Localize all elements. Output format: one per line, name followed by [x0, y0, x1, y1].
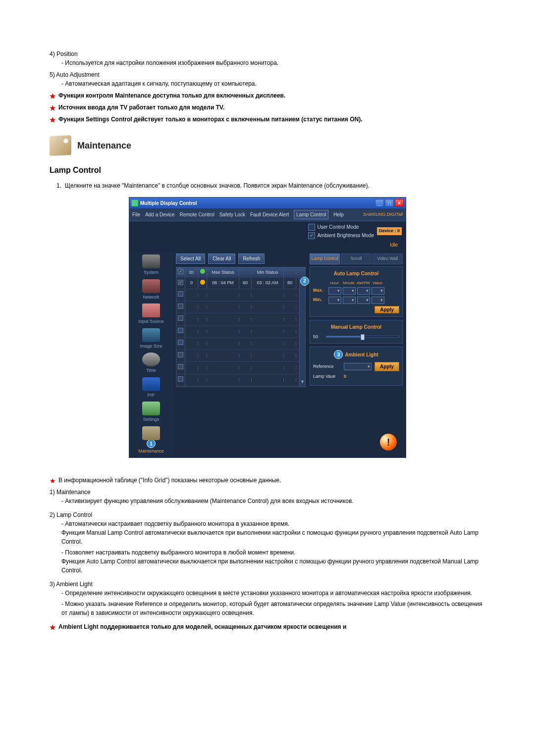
col-ampm: AM/PM: [357, 280, 370, 286]
star-icon: ★: [50, 622, 56, 633]
minimize-button[interactable]: _: [375, 199, 384, 207]
table-row[interactable]: [176, 289, 305, 302]
row-checkbox[interactable]: [178, 280, 183, 285]
sidebar-item-network[interactable]: Network: [133, 279, 169, 301]
item-label: Auto Adjustment: [56, 71, 99, 78]
menu-lamp-control[interactable]: Lamp Control: [294, 210, 328, 219]
max-hour-select[interactable]: [328, 287, 341, 295]
table-row[interactable]: [176, 326, 305, 338]
header-checkbox[interactable]: [178, 269, 183, 274]
row-checkbox[interactable]: [178, 376, 183, 382]
menu-add-device[interactable]: Add a Device: [145, 211, 174, 218]
menu-remote-control[interactable]: Remote Control: [180, 211, 214, 218]
sidebar-item-input-source[interactable]: Input Source: [133, 303, 169, 325]
maximize-button[interactable]: □: [385, 199, 394, 207]
max-value-select[interactable]: [372, 287, 384, 295]
tab-video-wall[interactable]: Video Wall: [373, 253, 403, 264]
tab-lamp-control[interactable]: Lamp Control: [310, 253, 340, 264]
menu-help[interactable]: Help: [333, 211, 344, 218]
menubar: File Add a Device Remote Control Safety …: [129, 208, 406, 221]
item-label: Position: [56, 50, 78, 57]
titlebar: Multiple Display Control _ □ ×: [129, 198, 406, 208]
row-checkbox[interactable]: [178, 340, 183, 345]
min-label: Min.: [313, 297, 327, 303]
min-ampm-select[interactable]: [357, 297, 370, 304]
sidebar-item-maintenance[interactable]: 1 Maintenance: [133, 426, 169, 455]
row-checkbox[interactable]: [178, 315, 183, 321]
menu-fault-alert[interactable]: Fault Device Alert: [250, 211, 289, 218]
table-row[interactable]: [176, 350, 305, 362]
item-sub: - Автоматически настраивает подсветку вы…: [50, 519, 485, 546]
intro-list: 4) Position - Используется для настройки…: [50, 50, 485, 88]
close-button[interactable]: ×: [395, 199, 404, 207]
row-checkbox[interactable]: [178, 328, 183, 333]
lamp-slider[interactable]: [326, 336, 399, 338]
note-row: ★ В информационной таблице ("Info Grid")…: [50, 476, 485, 485]
item-sub: - Автоматическая адаптация к сигналу, по…: [50, 79, 485, 88]
sidebar-item-system[interactable]: System: [133, 254, 169, 276]
star-icon: ★: [50, 91, 56, 101]
table-row[interactable]: [176, 338, 305, 350]
min-hour-select[interactable]: [328, 297, 341, 304]
slider-thumb[interactable]: [361, 334, 365, 340]
table-row[interactable]: [176, 302, 305, 314]
sidebar-item-image-size[interactable]: Image Size: [133, 328, 169, 350]
row-checkbox[interactable]: [178, 352, 183, 357]
max-minute-select[interactable]: [343, 287, 356, 295]
sidebar-label: Settings: [143, 417, 160, 422]
network-icon: [142, 279, 160, 293]
table-row[interactable]: [176, 374, 305, 387]
max-ampm-select[interactable]: [357, 287, 370, 295]
list-item: 5) Auto Adjustment - Автоматическая адап…: [50, 70, 485, 88]
auto-lamp-apply-button[interactable]: Apply: [374, 306, 399, 313]
item-number: 3): [50, 581, 55, 588]
input-source-icon: [142, 303, 160, 317]
note-row: ★ Источник ввода для TV работает только …: [50, 103, 485, 112]
table-row[interactable]: 0 06 : 04 PM 60 03 : 02 AM 80: [176, 278, 305, 290]
pip-icon: [142, 377, 160, 391]
sidebar-item-pip[interactable]: PIP: [133, 377, 169, 399]
sidebar-label: Image Size: [140, 344, 162, 349]
item-number: 5): [50, 71, 55, 78]
sidebar-label: Maintenance: [138, 449, 164, 454]
steps-list: 1. Щелкните на значке "Maintenance" в ст…: [50, 181, 485, 190]
subsection-title: Lamp Control: [50, 164, 485, 176]
refresh-button[interactable]: Refresh: [238, 253, 265, 264]
sidebar-item-time[interactable]: Time: [133, 353, 169, 374]
min-value-select[interactable]: [372, 297, 384, 304]
callout-2-badge: 2: [300, 277, 309, 286]
menu-safety-lock[interactable]: Safety Lock: [219, 211, 245, 218]
table-row[interactable]: [176, 386, 305, 387]
sidebar-label: Network: [143, 295, 159, 300]
ambient-apply-button[interactable]: Apply: [374, 362, 399, 371]
sidebar-item-settings[interactable]: Settings: [133, 402, 169, 423]
table-row[interactable]: [176, 313, 305, 326]
table-row[interactable]: [176, 362, 305, 374]
select-all-button[interactable]: Select All: [176, 253, 205, 264]
info-grid: ID Max Status Min Status 0 06 : 04 PM 60…: [176, 267, 306, 387]
clear-all-button[interactable]: Clear All: [208, 253, 235, 264]
row-checkbox[interactable]: [178, 291, 183, 297]
note-text: В информационной таблице ("Info Grid") п…: [58, 477, 281, 484]
sidebar: System Network Input Source Image Size T…: [129, 252, 173, 457]
ambient-mode-checkbox[interactable]: ✓: [308, 232, 315, 239]
row-checkbox[interactable]: [178, 364, 183, 369]
user-mode-checkbox[interactable]: [308, 224, 315, 231]
menu-file[interactable]: File: [132, 211, 140, 218]
note-row: ★ Ambient Light поддерживается только дл…: [50, 622, 485, 631]
app-icon: [131, 200, 138, 206]
status-dot-icon: [200, 280, 205, 285]
sidebar-label: PIP: [148, 393, 155, 398]
scrollbar[interactable]: [299, 278, 305, 387]
main-area: System Network Input Source Image Size T…: [129, 252, 406, 457]
min-minute-select[interactable]: [343, 297, 356, 304]
sidebar-label: Input Source: [138, 319, 163, 324]
row-checkbox[interactable]: [178, 303, 183, 309]
list-item: 4) Position - Используется для настройки…: [50, 50, 485, 67]
tab-scroll[interactable]: Scroll: [341, 253, 371, 264]
list-item: 1) Maintenance - Активизирует функцию уп…: [50, 488, 485, 505]
mode-bar: User Control Mode ✓ Ambient Brightness M…: [129, 221, 406, 239]
reference-select[interactable]: [344, 363, 372, 370]
right-panel: Lamp Control Scroll Video Wall 2 Auto La…: [308, 252, 406, 457]
post-list: 1) Maintenance - Активизирует функцию уп…: [50, 488, 485, 617]
